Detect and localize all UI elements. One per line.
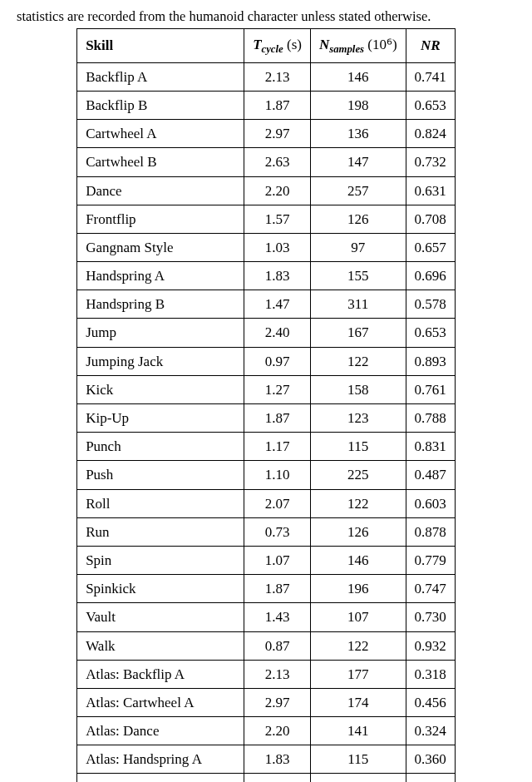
cell-skill: Atlas: Backflip A: [77, 660, 244, 688]
table-row: Backflip A2.131460.741: [77, 62, 456, 91]
table-row: Frontflip1.571260.708: [77, 205, 456, 233]
cell-nr: 0.318: [406, 660, 455, 688]
table-row: Backflip B1.871980.653: [77, 91, 456, 119]
table-row: Cartwheel B2.631470.732: [77, 148, 456, 176]
cell-nr: 0.657: [406, 233, 455, 261]
cell-nsamples: 136: [310, 120, 406, 148]
cell-skill: Atlas: Handspring A: [77, 745, 244, 774]
table-row: Dance2.202570.631: [77, 176, 456, 205]
cell-nsamples: 196: [310, 575, 406, 603]
table-row: Walk0.871220.932: [77, 631, 456, 660]
cell-tcycle: 2.13: [244, 660, 311, 688]
cell-nsamples: 134: [310, 774, 406, 782]
nsamples-unit: (10⁶): [367, 37, 397, 52]
col-skill: Skill: [77, 29, 244, 63]
cell-tcycle: 0.73: [244, 517, 311, 546]
table-row: Jumping Jack0.971220.893: [77, 347, 456, 375]
cell-skill: Punch: [77, 433, 244, 461]
cell-nr: 0.932: [406, 631, 455, 660]
col-tcycle: Tcycle (s): [244, 29, 311, 63]
cell-tcycle: 1.27: [244, 375, 311, 403]
cell-nsamples: 122: [310, 489, 406, 517]
cell-tcycle: 2.07: [244, 489, 311, 517]
skills-table: Skill Tcycle (s) Nsamples (10⁶) NR Backf…: [76, 28, 456, 782]
cell-nr: 0.779: [406, 546, 455, 574]
table-row: Atlas: Cartwheel A2.971740.456: [77, 688, 456, 716]
table-row: Handspring A1.831550.696: [77, 262, 456, 290]
cell-nr: 0.741: [406, 62, 455, 91]
cell-tcycle: 2.20: [244, 176, 311, 205]
cell-nr: 0.578: [406, 290, 455, 319]
cell-tcycle: 2.20: [244, 717, 311, 745]
cell-nr: 0.487: [406, 461, 455, 489]
col-skill-label: Skill: [86, 37, 113, 53]
cell-nr: 0.696: [406, 262, 455, 290]
cell-nsamples: 115: [310, 433, 406, 461]
nsamples-N: N: [319, 37, 329, 52]
table-caption: statistics are recorded from the humanoi…: [17, 8, 515, 25]
table-header-row: Skill Tcycle (s) Nsamples (10⁶) NR: [77, 29, 456, 63]
cell-skill: Handspring B: [77, 290, 244, 319]
table-row: Vault1.431070.730: [77, 603, 456, 631]
cell-nr: 0.730: [406, 603, 455, 631]
cell-skill: Backflip B: [77, 91, 244, 119]
cell-nr: 0.324: [406, 717, 455, 745]
cell-tcycle: 1.87: [244, 91, 311, 119]
table-row: Punch1.171150.831: [77, 433, 456, 461]
cell-skill: Dance: [77, 176, 244, 205]
cell-tcycle: 1.57: [244, 205, 311, 233]
cell-skill: Vault: [77, 603, 244, 631]
cell-tcycle: 1.07: [244, 546, 311, 574]
cell-nsamples: 126: [310, 517, 406, 546]
table-row: Atlas: Dance2.201410.324: [77, 717, 456, 745]
tcycle-sub: cycle: [262, 43, 283, 55]
table-row: Jump2.401670.653: [77, 319, 456, 347]
cell-tcycle: 1.87: [244, 575, 311, 603]
col-nr: NR: [406, 29, 455, 63]
cell-nr: 0.508: [406, 774, 455, 782]
cell-skill: Gangnam Style: [77, 233, 244, 261]
cell-skill: Frontflip: [77, 205, 244, 233]
cell-skill: Spin: [77, 546, 244, 574]
cell-nsamples: 225: [310, 461, 406, 489]
table-row: Atlas: Jump2.401340.508: [77, 774, 456, 782]
cell-skill: Push: [77, 461, 244, 489]
cell-nr: 0.747: [406, 575, 455, 603]
tcycle-T: T: [253, 37, 261, 52]
cell-tcycle: 1.17: [244, 433, 311, 461]
cell-nsamples: 177: [310, 660, 406, 688]
cell-skill: Spinkick: [77, 575, 244, 603]
nsamples-sub: samples: [329, 43, 364, 55]
cell-skill: Kip-Up: [77, 404, 244, 433]
table-row: Spinkick1.871960.747: [77, 575, 456, 603]
cell-nr: 0.631: [406, 176, 455, 205]
cell-skill: Roll: [77, 489, 244, 517]
table-row: Cartwheel A2.971360.824: [77, 120, 456, 148]
cell-tcycle: 2.63: [244, 148, 311, 176]
nr-label: NR: [421, 37, 441, 53]
cell-nsamples: 167: [310, 319, 406, 347]
cell-tcycle: 1.03: [244, 233, 311, 261]
cell-nr: 0.603: [406, 489, 455, 517]
cell-nr: 0.360: [406, 745, 455, 774]
cell-nsamples: 126: [310, 205, 406, 233]
cell-skill: Atlas: Jump: [77, 774, 244, 782]
cell-nsamples: 122: [310, 347, 406, 375]
cell-tcycle: 0.87: [244, 631, 311, 660]
cell-nsamples: 198: [310, 91, 406, 119]
table-row: Gangnam Style1.03970.657: [77, 233, 456, 261]
cell-tcycle: 2.97: [244, 120, 311, 148]
cell-nsamples: 141: [310, 717, 406, 745]
cell-skill: Atlas: Dance: [77, 717, 244, 745]
cell-nsamples: 123: [310, 404, 406, 433]
cell-tcycle: 0.97: [244, 347, 311, 375]
cell-tcycle: 2.13: [244, 62, 311, 91]
tcycle-unit: (s): [287, 37, 302, 52]
cell-tcycle: 1.87: [244, 404, 311, 433]
cell-nr: 0.708: [406, 205, 455, 233]
cell-nsamples: 122: [310, 631, 406, 660]
cell-nr: 0.788: [406, 404, 455, 433]
cell-skill: Jump: [77, 319, 244, 347]
cell-nr: 0.831: [406, 433, 455, 461]
cell-nr: 0.824: [406, 120, 455, 148]
